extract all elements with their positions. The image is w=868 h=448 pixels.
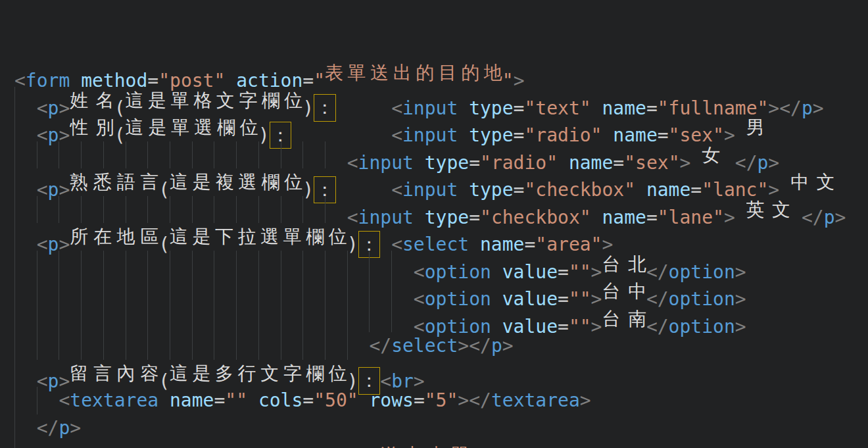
token-punctuation: </ bbox=[646, 315, 669, 337]
indent-guides bbox=[14, 360, 37, 387]
token-punctuation: </ bbox=[369, 335, 391, 357]
indent-guides bbox=[14, 305, 414, 333]
token-tag-name: p bbox=[59, 417, 70, 439]
token-cjk-text: 這是複選欄位 bbox=[170, 168, 302, 196]
indent-guides bbox=[14, 332, 369, 360]
token-tag-name: p bbox=[491, 335, 502, 357]
token-text bbox=[358, 389, 370, 411]
token-cjk-text: 台北 bbox=[602, 251, 646, 278]
code-lines: <form method="post" action="表單送出的目的地"><p… bbox=[14, 59, 868, 448]
token-punctuation: > bbox=[502, 335, 514, 357]
token-punctuation: > bbox=[70, 417, 81, 439]
token-punctuation: ></ bbox=[768, 97, 802, 118]
indent-guides bbox=[14, 414, 37, 442]
token-punctuation: ></ bbox=[458, 389, 491, 411]
code-line: <p>姓名(這是單格文字欄位)： <input type="text" name… bbox=[14, 87, 868, 114]
code-line: <p>熟悉語言(這是複選欄位)： <input type="checkbox" … bbox=[14, 168, 868, 196]
token-cjk-text: 這是多行文字欄位 bbox=[170, 360, 347, 387]
token-cjk-text: 所在地區 bbox=[70, 223, 158, 251]
token-equals: = bbox=[302, 389, 314, 411]
token-attribute-value: "lane" bbox=[658, 206, 724, 228]
token-cjk-text: 這是單格文字欄位 bbox=[126, 87, 303, 114]
code-line: <input type="checkbox" name="lane"> 英文 <… bbox=[14, 196, 868, 224]
token-tag-name: textarea bbox=[491, 389, 580, 411]
token-tag-name: textarea bbox=[70, 389, 158, 411]
indent-guides bbox=[14, 196, 347, 224]
token-cjk-text: 台南 bbox=[602, 305, 646, 333]
token-tag-name: p bbox=[802, 97, 813, 118]
token-attribute-value: "" bbox=[225, 389, 247, 411]
token-tag-name: p bbox=[824, 206, 835, 228]
indent-guides bbox=[14, 251, 414, 278]
token-cjk-text: 性別 bbox=[70, 114, 114, 141]
token-punctuation: > bbox=[591, 315, 602, 337]
code-line: <option value="">台北</option> bbox=[14, 251, 868, 278]
token-cjk-text: 英文 bbox=[746, 196, 790, 224]
token-cjk-string: 送出表單 bbox=[380, 441, 469, 448]
code-line: <form method="post" action="表單送出的目的地"> bbox=[14, 59, 868, 87]
code-line: <p><input type="submit" value="送出表單"></p… bbox=[14, 441, 868, 448]
token-cjk-text: 男 bbox=[746, 114, 769, 141]
token-cjk-text: 熟悉語言 bbox=[70, 168, 158, 196]
token-cjk-text: 這是單選欄位 bbox=[126, 114, 258, 141]
token-punctuation: > bbox=[835, 206, 846, 228]
token-text bbox=[247, 389, 258, 411]
token-attribute-value: "" bbox=[569, 315, 591, 337]
token-punctuation: </ bbox=[37, 417, 59, 439]
token-tag-name: select bbox=[391, 335, 458, 357]
code-editor[interactable]: <form method="post" action="表單送出的目的地"><p… bbox=[0, 0, 868, 448]
token-cjk-text: 留言內容 bbox=[70, 360, 158, 387]
token-cjk-text: 中文 bbox=[790, 168, 834, 196]
token-text bbox=[735, 206, 746, 228]
token-equals: = bbox=[558, 315, 569, 337]
token-punctuation: > bbox=[724, 206, 735, 228]
token-tag-name: option bbox=[669, 315, 735, 337]
token-cjk-text: 姓名 bbox=[70, 87, 114, 114]
code-line: <p>性別(這是單選欄位)： <input type="radio" name=… bbox=[14, 114, 868, 141]
code-line: <option value="">台中</option> bbox=[14, 278, 868, 305]
code-line: </p> bbox=[14, 414, 868, 442]
token-attribute-name: name bbox=[170, 389, 214, 411]
token-attribute-name: rows bbox=[369, 389, 413, 411]
indent-guides bbox=[14, 114, 37, 141]
token-attribute-value: "5" bbox=[425, 389, 458, 411]
code-line: <input type="radio" name="sex"> 女 </p> bbox=[14, 141, 868, 169]
token-cjk-string: 表單送出的目的地 bbox=[325, 59, 502, 87]
code-line: <option value="">台南</option> bbox=[14, 305, 868, 333]
indent-guides bbox=[14, 87, 37, 114]
token-punctuation: > bbox=[735, 315, 746, 337]
token-punctuation: > bbox=[813, 97, 824, 118]
token-cjk-text: 這是下拉選單欄位 bbox=[170, 223, 347, 251]
code-line: <p>留言內容(這是多行文字欄位)：<br> bbox=[14, 360, 868, 387]
token-punctuation: < bbox=[59, 389, 70, 411]
token-cjk-text: 女 bbox=[702, 141, 724, 169]
token-text bbox=[158, 389, 170, 411]
indent-guides bbox=[14, 168, 37, 196]
indent-guides bbox=[14, 387, 59, 414]
token-cjk-text: 台中 bbox=[602, 278, 646, 305]
token-punctuation: > bbox=[580, 389, 591, 411]
indent-guides bbox=[14, 223, 37, 251]
token-attribute-name: cols bbox=[258, 389, 302, 411]
indent-guides bbox=[14, 441, 37, 448]
code-line: <textarea name="" cols="50" rows="5"></t… bbox=[14, 387, 868, 414]
token-punctuation: ></ bbox=[458, 335, 491, 357]
indent-guides bbox=[14, 278, 414, 305]
token-equals: = bbox=[214, 389, 225, 411]
token-attribute-value: "50" bbox=[314, 389, 358, 411]
token-text bbox=[790, 206, 802, 228]
token-punctuation: </ bbox=[802, 206, 824, 228]
token-equals: = bbox=[414, 389, 425, 411]
token-equals: = bbox=[646, 206, 658, 228]
indent-guides bbox=[14, 141, 347, 169]
